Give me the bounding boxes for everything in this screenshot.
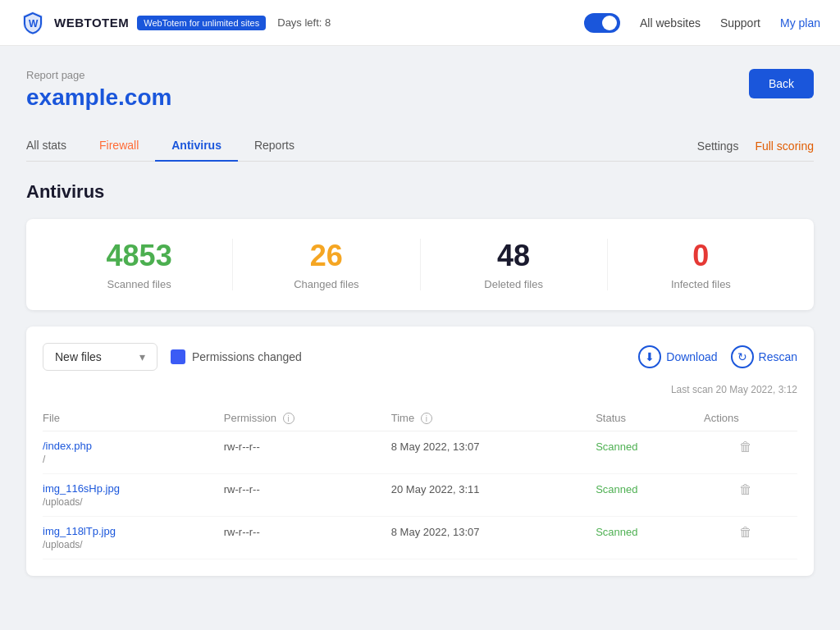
cell-actions-2: 🗑 [704,517,797,559]
full-scoring-link[interactable]: Full scoring [755,139,814,153]
file-status-1: Scanned [596,483,637,495]
stat-scanned-number: 4853 [46,239,232,273]
cell-status-0: Scanned [596,431,704,474]
header-right: All websites Support My plan [584,13,820,33]
section-title: Antivirus [26,181,814,203]
stat-infected: 0 Infected files [608,239,794,290]
tab-reports[interactable]: Reports [238,130,311,162]
download-icon: ⬇ [638,345,661,368]
download-button[interactable]: ⬇ Download [638,345,717,368]
unlimited-badge: WebTotem for unlimited sites [137,16,266,30]
delete-icon-1[interactable]: 🗑 [704,482,788,497]
file-permission-0: rw-r--r-- [224,441,260,453]
permissions-label: Permissions changed [192,350,302,363]
stat-deleted-label: Deleted files [421,278,607,290]
permissions-badge: Permissions changed [171,349,302,364]
cell-actions-0: 🗑 [704,431,797,474]
page-content: Report page example.com Back All stats F… [0,46,840,599]
dark-mode-toggle[interactable] [584,13,620,33]
chevron-down-icon: ▾ [139,350,145,363]
stat-deleted: 48 Deleted files [421,239,608,290]
delete-icon-2[interactable]: 🗑 [704,525,788,540]
rescan-icon: ↻ [731,345,754,368]
cell-actions-1: 🗑 [704,474,797,517]
time-info-icon[interactable]: i [421,413,432,424]
file-filter-dropdown[interactable]: New files ▾ [43,343,158,371]
col-status: Status [596,405,704,431]
file-time-0: 8 May 2022, 13:07 [391,441,480,453]
file-table: File Permission i Time i Status Actions … [43,405,797,559]
dropdown-value: New files [55,350,102,363]
tab-antivirus[interactable]: Antivirus [155,130,238,162]
cell-file-2: img_118lTp.jpg /uploads/ [43,517,224,559]
nav-my-plan[interactable]: My plan [780,16,820,30]
cell-permission-1: rw-r--r-- [224,474,391,517]
cell-permission-2: rw-r--r-- [224,517,391,559]
file-path-2: /uploads/ [43,539,214,550]
stat-changed: 26 Changed files [233,239,420,290]
file-status-0: Scanned [596,441,637,453]
file-name-0[interactable]: /index.php [43,440,214,452]
download-label: Download [666,350,717,363]
col-time: Time i [391,405,596,431]
file-path-0: / [43,454,214,465]
file-name-1[interactable]: img_116sHp.jpg [43,482,214,495]
stat-scanned-label: Scanned files [46,278,232,290]
stat-infected-number: 0 [608,239,794,273]
file-permission-1: rw-r--r-- [224,483,260,495]
rescan-label: Rescan [759,350,797,363]
stat-changed-label: Changed files [233,278,419,290]
file-permission-2: rw-r--r-- [224,526,260,538]
file-path-1: /uploads/ [43,496,214,508]
tabs-right: Settings Full scoring [697,139,814,153]
rescan-button[interactable]: ↻ Rescan [731,345,797,368]
table-row: img_116sHp.jpg /uploads/ rw-r--r-- 20 Ma… [43,474,797,517]
file-status-2: Scanned [596,526,637,538]
file-time-1: 20 May 2022, 3:11 [391,483,480,495]
report-info: Report page example.com [26,69,171,111]
col-file: File [43,405,224,431]
table-row: img_118lTp.jpg /uploads/ rw-r--r-- 8 May… [43,517,797,559]
stat-changed-number: 26 [233,239,419,273]
logo-text: WEBTOTEM [54,16,129,30]
stat-scanned: 4853 Scanned files [46,239,233,290]
cell-status-2: Scanned [596,517,704,559]
panel-actions: ⬇ Download ↻ Rescan [638,345,797,368]
tab-firewall[interactable]: Firewall [83,130,155,162]
logo-icon: W [20,10,46,36]
file-name-2[interactable]: img_118lTp.jpg [43,525,214,537]
file-time-2: 8 May 2022, 13:07 [391,526,480,538]
stat-deleted-number: 48 [421,239,607,273]
nav-support[interactable]: Support [720,16,760,30]
col-permission: Permission i [224,405,391,431]
cell-time-1: 20 May 2022, 3:11 [391,474,596,517]
cell-time-0: 8 May 2022, 13:07 [391,431,596,474]
cell-file-1: img_116sHp.jpg /uploads/ [43,474,224,517]
cell-permission-0: rw-r--r-- [224,431,391,474]
svg-text:W: W [29,18,39,30]
panel-toolbar: New files ▾ Permissions changed ⬇ Downlo… [43,343,797,371]
cell-time-2: 8 May 2022, 13:07 [391,517,596,559]
nav-all-websites[interactable]: All websites [640,16,701,30]
tab-all-stats[interactable]: All stats [26,130,83,162]
cell-file-0: /index.php / [43,431,224,474]
stats-card: 4853 Scanned files 26 Changed files 48 D… [26,219,814,310]
report-label: Report page [26,69,171,81]
report-header: Report page example.com Back [26,69,814,111]
days-left: Days left: 8 [277,16,331,29]
header: W WEBTOTEM WebTotem for unlimited sites … [0,0,840,46]
back-button[interactable]: Back [749,69,814,98]
toggle-knob [602,16,617,30]
files-panel: New files ▾ Permissions changed ⬇ Downlo… [26,326,814,576]
permission-info-icon[interactable]: i [283,413,294,424]
delete-icon-0[interactable]: 🗑 [704,440,788,454]
stat-infected-label: Infected files [608,278,794,290]
cell-status-1: Scanned [596,474,704,517]
col-actions: Actions [704,405,797,431]
settings-link[interactable]: Settings [697,139,739,153]
logo-area: W WEBTOTEM WebTotem for unlimited sites … [20,10,331,36]
table-row: /index.php / rw-r--r-- 8 May 2022, 13:07… [43,431,797,474]
last-scan-info: Last scan 20 May 2022, 3:12 [43,384,797,395]
tabs-nav: All stats Firewall Antivirus Reports Set… [26,130,814,162]
report-domain: example.com [26,84,171,111]
